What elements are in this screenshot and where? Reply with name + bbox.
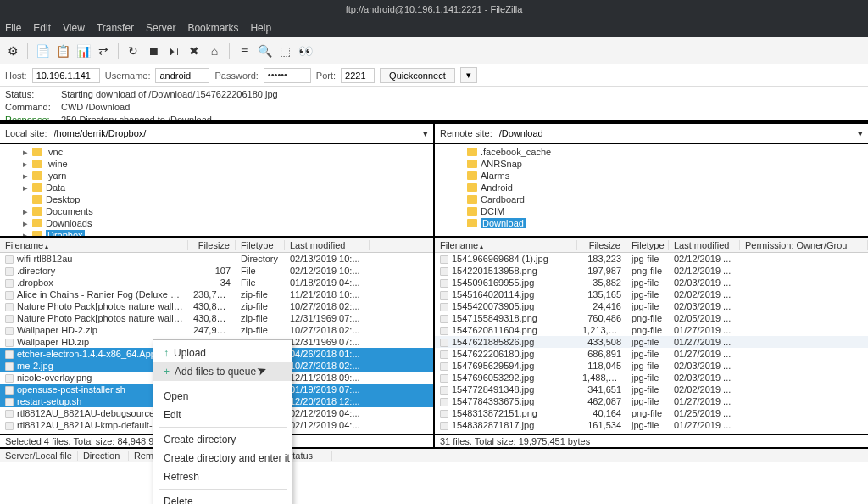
toolbar-icon[interactable]: ⚙: [5, 43, 20, 59]
context-upload[interactable]: ↑Upload: [153, 344, 292, 362]
menu-edit[interactable]: Edit: [33, 22, 51, 34]
expand-icon[interactable]: ▸: [22, 230, 29, 238]
local-site-dropdown-icon[interactable]: ▾: [423, 128, 428, 139]
context-create-directory-and-enter-it[interactable]: Create directory and enter it: [153, 449, 292, 468]
password-input[interactable]: ••••••: [264, 68, 311, 83]
toolbar-icon[interactable]: ✖: [186, 43, 202, 59]
file-row[interactable]: 1547728491348.jpg341,651jpg-file02/02/20…: [435, 384, 868, 395]
file-row[interactable]: 1548313872151.png40,164png-file01/25/201…: [435, 407, 868, 419]
col-filesize[interactable]: Filesize: [577, 240, 626, 250]
col-modified[interactable]: Last modified: [669, 240, 740, 250]
menu-server[interactable]: Server: [146, 22, 175, 34]
context-delete[interactable]: Delete: [153, 492, 292, 504]
expand-icon[interactable]: ▸: [22, 182, 29, 193]
local-site-input[interactable]: [54, 128, 416, 138]
tree-item[interactable]: ANRSnap: [438, 158, 865, 170]
remote-list-header[interactable]: Filename Filesize Filetype Last modified…: [435, 238, 868, 253]
quickconnect-dropdown[interactable]: ▾: [460, 67, 477, 83]
toolbar-icon[interactable]: ≡: [236, 43, 252, 59]
remote-file-list[interactable]: 1541966969684 (1).jpg183,223jpg-file02/1…: [435, 253, 868, 434]
expand-icon[interactable]: ▸: [22, 147, 29, 158]
menu-transfer[interactable]: Transfer: [97, 22, 134, 34]
menu-help[interactable]: Help: [250, 22, 271, 34]
tree-item[interactable]: .facebook_cache: [438, 146, 865, 158]
file-row[interactable]: Wallpaper HD-2.zip247,995,...zip-file10/…: [0, 324, 433, 336]
expand-icon[interactable]: ▸: [22, 171, 29, 182]
file-row[interactable]: 1541966969684 (1).jpg183,223jpg-file02/1…: [435, 253, 868, 265]
tree-item[interactable]: ▸Documents: [3, 205, 430, 217]
local-tree[interactable]: ▸.vnc▸.wine▸.yarn▸DataDesktop▸Documents▸…: [0, 144, 433, 238]
context-refresh[interactable]: Refresh: [153, 468, 292, 486]
context-create-directory[interactable]: Create directory: [153, 430, 292, 449]
file-row[interactable]: .directory107File02/12/2019 10:...: [0, 265, 433, 277]
toolbar-icon[interactable]: ↻: [125, 43, 141, 59]
file-row[interactable]: wifi-rtl8812auDirectory02/13/2019 10:...: [0, 253, 433, 265]
file-row[interactable]: 1547621885826.jpg433,508jpg-file01/27/20…: [435, 336, 868, 348]
transfer-queue-header[interactable]: Server/Local fileDirectionRemoteityStatu…: [0, 447, 868, 462]
file-row[interactable]: 1547620811604.png1,213,770png-file01/27/…: [435, 324, 868, 336]
file-row[interactable]: 1545164020114.jpg135,165jpg-file02/02/20…: [435, 288, 868, 300]
queue-col[interactable]: Server/Local file: [0, 451, 78, 461]
file-row[interactable]: 1547696053292.jpg1,488,196jpg-file02/03/…: [435, 372, 868, 384]
toolbar-icon[interactable]: ⏹: [146, 43, 161, 59]
col-filetype[interactable]: Filetype: [626, 240, 669, 250]
tree-item[interactable]: Download: [438, 217, 865, 229]
tree-item[interactable]: ▸Data: [3, 182, 430, 193]
tree-item[interactable]: ▸Downloads: [3, 217, 430, 229]
local-list-header[interactable]: Filename Filesize Filetype Last modified: [0, 238, 433, 253]
col-filesize[interactable]: Filesize: [188, 240, 236, 250]
file-row[interactable]: 1545420073905.jpg24,416jpg-file02/03/201…: [435, 300, 868, 312]
file-row[interactable]: 1547155849318.png760,486png-file02/05/20…: [435, 312, 868, 324]
tree-item[interactable]: Alarms: [438, 170, 865, 182]
toolbar-icon[interactable]: ⬚: [277, 43, 292, 59]
tree-item[interactable]: ▸.yarn: [3, 170, 430, 182]
toolbar-icon[interactable]: ⏯: [166, 43, 181, 59]
menu-bookmarks[interactable]: Bookmarks: [187, 22, 238, 34]
file-row[interactable]: .dropbox34File01/18/2019 04:...: [0, 277, 433, 288]
col-modified[interactable]: Last modified: [285, 240, 370, 250]
file-row[interactable]: 1547695629594.jpg118,045jpg-file02/03/20…: [435, 360, 868, 372]
tree-item[interactable]: Cardboard: [438, 193, 865, 205]
toolbar-icon[interactable]: 📊: [75, 43, 91, 59]
toolbar-icon[interactable]: 📋: [55, 43, 70, 59]
expand-icon[interactable]: ▸: [22, 159, 29, 170]
file-row[interactable]: 1545096169955.jpg35,882jpg-file02/03/201…: [435, 277, 868, 288]
col-filename[interactable]: Filename: [0, 240, 188, 250]
username-input[interactable]: [155, 68, 209, 83]
toolbar-icon[interactable]: 📄: [35, 43, 50, 59]
file-row[interactable]: 1542201513958.png197,987png-file02/12/20…: [435, 265, 868, 277]
file-row[interactable]: Nature Photo Pack[photos nature wallpape…: [0, 300, 433, 312]
file-row[interactable]: 1547622206180.jpg686,891jpg-file01/27/20…: [435, 348, 868, 360]
file-row[interactable]: 1548382871817.jpg161,534jpg-file01/27/20…: [435, 419, 868, 431]
remote-site-input[interactable]: [499, 128, 851, 138]
tree-item[interactable]: ▸Dropbox: [3, 229, 430, 238]
tree-item[interactable]: Desktop: [3, 193, 430, 205]
remote-tree[interactable]: .facebook_cacheANRSnapAlarmsAndroidCardb…: [435, 144, 868, 238]
tree-item[interactable]: DCIM: [438, 205, 865, 217]
menu-file[interactable]: File: [5, 22, 21, 34]
context-add-files-to-queue[interactable]: +Add files to queue: [153, 362, 292, 381]
file-row[interactable]: Alice in Chains - Ranier Fog (Deluxe 2CD…: [0, 288, 433, 300]
queue-col[interactable]: Direction: [78, 451, 129, 461]
col-filename[interactable]: Filename: [435, 240, 577, 250]
remote-site-dropdown-icon[interactable]: ▾: [858, 128, 863, 139]
expand-icon[interactable]: ▸: [22, 218, 29, 229]
toolbar-icon[interactable]: 🔍: [257, 43, 272, 59]
context-edit[interactable]: Edit: [153, 406, 292, 424]
port-input[interactable]: [341, 68, 375, 83]
file-row[interactable]: 1547784393675.jpg462,087jpg-file01/27/20…: [435, 395, 868, 407]
menu-view[interactable]: View: [63, 22, 85, 34]
col-permissions[interactable]: Permission: Owner/Grou: [740, 240, 868, 250]
file-row[interactable]: Nature Photo Pack[photos nature wallpape…: [0, 312, 433, 324]
col-filetype[interactable]: Filetype: [236, 240, 285, 250]
toolbar-icon[interactable]: 👀: [298, 43, 313, 59]
tree-item[interactable]: Android: [438, 182, 865, 193]
toolbar-icon[interactable]: ⌂: [207, 43, 222, 59]
context-open[interactable]: Open: [153, 387, 292, 406]
host-input[interactable]: [32, 68, 100, 83]
tree-item[interactable]: ▸.wine: [3, 158, 430, 170]
quickconnect-button[interactable]: Quickconnect: [380, 68, 455, 83]
expand-icon[interactable]: ▸: [22, 206, 29, 217]
tree-item[interactable]: ▸.vnc: [3, 146, 430, 158]
toolbar-icon[interactable]: ⇄: [96, 43, 111, 59]
